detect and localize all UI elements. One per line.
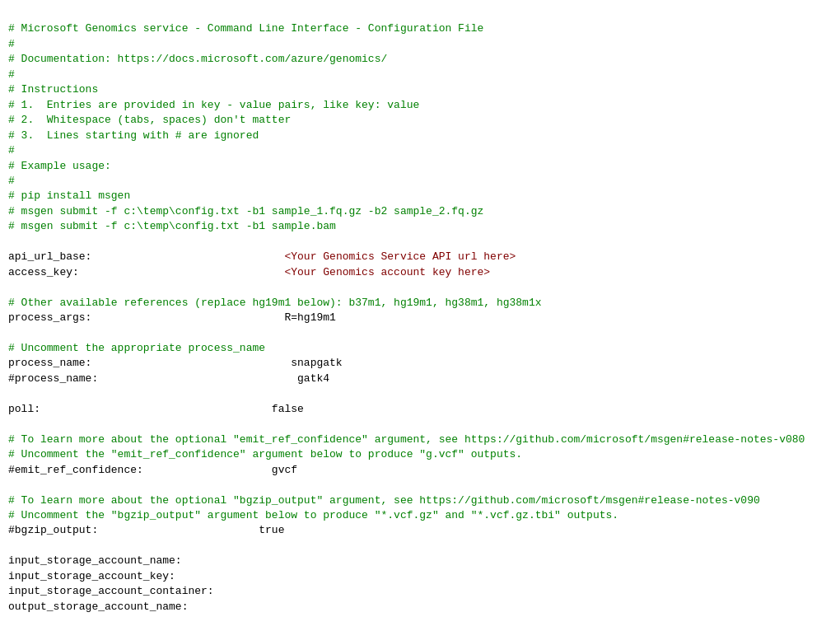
code-line-26 bbox=[8, 417, 832, 432]
comment-text: # Microsoft Genomics service - Command L… bbox=[8, 22, 483, 35]
comment-text: # msgen submit -f c:\temp\config.txt -b1… bbox=[8, 205, 483, 217]
comment-text: # Instructions bbox=[8, 83, 98, 96]
config-file-content: # Microsoft Genomics service - Command L… bbox=[8, 7, 832, 617]
code-line-8: # bbox=[8, 143, 832, 158]
code-line-32: # Uncomment the "bgzip_output" argument … bbox=[8, 508, 832, 523]
comment-text: # To learn more about the optional "bgzi… bbox=[8, 494, 760, 507]
comment-text: # Uncomment the "bgzip_output" argument … bbox=[8, 509, 618, 521]
code-line-13: # msgen submit -f c:\temp\config.txt -b1… bbox=[8, 219, 832, 234]
comment-text: # Uncomment the "emit_ref_confidence" ar… bbox=[8, 448, 522, 460]
code-line-17 bbox=[8, 280, 832, 295]
config-key: #emit_ref_confidence: bbox=[8, 464, 272, 476]
code-line-38: output_storage_account_name: bbox=[8, 600, 832, 615]
comment-text: # 3. Lines starting with # are ignored bbox=[8, 129, 259, 142]
code-line-3: # bbox=[8, 68, 832, 82]
code-line-2: # Documentation: https://docs.microsoft.… bbox=[8, 52, 832, 67]
code-line-4: # Instructions bbox=[8, 82, 832, 97]
code-line-22: process_name: snapgatk bbox=[8, 356, 832, 371]
config-value: true bbox=[259, 524, 284, 536]
code-line-20 bbox=[8, 326, 832, 341]
comment-text: # Example usage: bbox=[8, 160, 111, 172]
code-line-28: # Uncomment the "emit_ref_confidence" ar… bbox=[8, 447, 832, 462]
comment-text: # To learn more about the optional "emit… bbox=[8, 433, 805, 446]
code-line-30 bbox=[8, 478, 832, 493]
comment-text: # 1. Entries are provided in key - value… bbox=[8, 99, 419, 111]
code-line-19: process_args: R=hg19m1 bbox=[8, 311, 832, 325]
code-line-21: # Uncomment the appropriate process_name bbox=[8, 341, 832, 356]
comment-text: # bbox=[8, 68, 15, 81]
code-line-35: input_storage_account_name: bbox=[8, 554, 832, 568]
code-line-37: input_storage_account_container: bbox=[8, 584, 832, 599]
code-line-10: # bbox=[8, 174, 832, 189]
code-line-23: #process_name: gatk4 bbox=[8, 372, 832, 386]
config-value-placeholder: <Your Genomics account key here> bbox=[284, 266, 490, 278]
comment-text: # Other available references (replace hg… bbox=[8, 297, 542, 309]
code-line-27: # To learn more about the optional "emit… bbox=[8, 432, 832, 447]
config-value: gatk4 bbox=[291, 372, 329, 385]
code-line-34 bbox=[8, 539, 832, 554]
comment-text: # Documentation: https://docs.microsoft.… bbox=[8, 53, 387, 65]
config-value-placeholder: <Your Genomics Service API url here> bbox=[284, 250, 516, 263]
config-key: input_storage_account_key: bbox=[8, 570, 175, 582]
comment-text: # msgen submit -f c:\temp\config.txt -b1… bbox=[8, 220, 336, 232]
code-line-16: access_key: <Your Genomics account key h… bbox=[8, 265, 832, 280]
comment-text: # bbox=[8, 38, 15, 50]
code-line-36: input_storage_account_key: bbox=[8, 569, 832, 584]
config-key: access_key: bbox=[8, 266, 284, 278]
code-line-15: api_url_base: <Your Genomics Service API… bbox=[8, 250, 832, 264]
config-key: input_storage_account_container: bbox=[8, 585, 214, 597]
comment-text: # Uncomment the appropriate process_name bbox=[8, 342, 265, 354]
config-value: R=hg19m1 bbox=[284, 311, 335, 324]
config-key: api_url_base: bbox=[8, 250, 284, 263]
code-line-11: # pip install msgen bbox=[8, 189, 832, 203]
code-line-18: # Other available references (replace hg… bbox=[8, 296, 832, 311]
config-key: input_storage_account_name: bbox=[8, 554, 182, 567]
code-line-1: # bbox=[8, 37, 832, 52]
code-line-14 bbox=[8, 235, 832, 250]
code-line-0: # Microsoft Genomics service - Command L… bbox=[8, 21, 832, 36]
code-line-24 bbox=[8, 386, 832, 401]
comment-text: # pip install msgen bbox=[8, 189, 130, 202]
config-value: gvcf bbox=[272, 464, 297, 476]
config-value: snapgatk bbox=[291, 357, 342, 369]
config-key: output_storage_account_name: bbox=[8, 601, 188, 613]
code-line-29: #emit_ref_confidence: gvcf bbox=[8, 463, 832, 478]
config-key: poll: bbox=[8, 403, 272, 415]
code-line-5: # 1. Entries are provided in key - value… bbox=[8, 98, 832, 113]
code-line-33: #bgzip_output: true bbox=[8, 523, 832, 538]
code-line-7: # 3. Lines starting with # are ignored bbox=[8, 129, 832, 143]
comment-text: # bbox=[8, 144, 15, 157]
comment-text: # 2. Whitespace (tabs, spaces) don't mat… bbox=[8, 114, 291, 126]
code-line-31: # To learn more about the optional "bgzi… bbox=[8, 493, 832, 508]
config-key: process_args: bbox=[8, 311, 284, 324]
config-key: process_name: bbox=[8, 357, 291, 369]
code-line-6: # 2. Whitespace (tabs, spaces) don't mat… bbox=[8, 113, 832, 128]
comment-text: # bbox=[8, 175, 15, 187]
code-line-9: # Example usage: bbox=[8, 159, 832, 174]
code-line-25: poll: false bbox=[8, 402, 832, 417]
config-key: #bgzip_output: bbox=[8, 524, 259, 536]
code-line-12: # msgen submit -f c:\temp\config.txt -b1… bbox=[8, 204, 832, 219]
config-value: false bbox=[272, 403, 304, 415]
config-key: #process_name: bbox=[8, 372, 291, 385]
